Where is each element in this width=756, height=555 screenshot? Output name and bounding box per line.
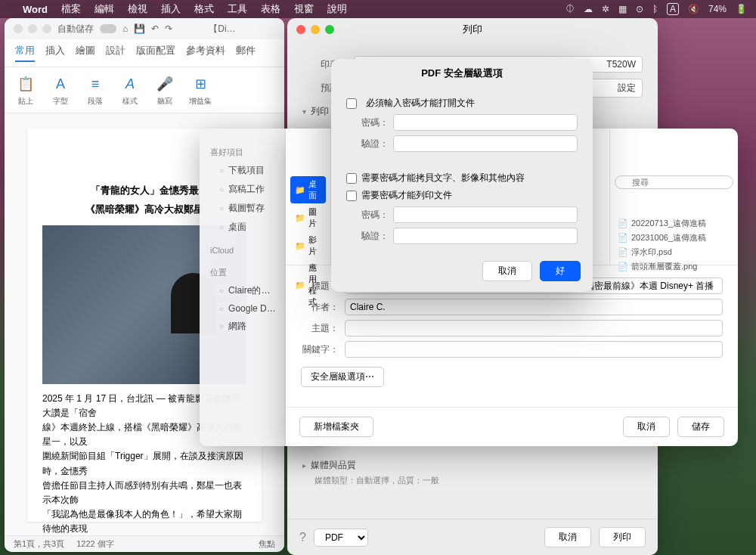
new-folder-button[interactable]: 新增檔案夾	[299, 417, 373, 437]
folder-desktop[interactable]: 桌面	[290, 176, 326, 203]
menu-table[interactable]: 表格	[261, 2, 280, 16]
ribbon-addins[interactable]: ⊞增益集	[189, 73, 212, 107]
menu-help[interactable]: 說明	[327, 2, 347, 16]
perm-password-input[interactable]	[393, 206, 578, 223]
status-bar: 第1頁，共3頁 1222 個字 焦點	[5, 535, 284, 552]
ribbon-styles[interactable]: A樣式	[119, 73, 141, 107]
menu-format[interactable]: 格式	[194, 2, 214, 16]
verify-label: 驗證：	[361, 230, 389, 243]
doc-body: 圍繞新聞節目組「Trigger」展開，在談及接演原因時，金憓秀	[42, 449, 246, 478]
tab-design[interactable]: 設計	[106, 44, 125, 62]
tab-mail[interactable]: 郵件	[236, 44, 256, 62]
require-open-password-checkbox[interactable]: 必須輸入密碼才能打開文件	[346, 97, 578, 110]
pdf-security-title: PDF 安全層級選項	[331, 59, 593, 88]
autosave-toggle[interactable]	[100, 24, 116, 33]
window-controls[interactable]	[296, 25, 334, 34]
file-item[interactable]: 浮水印.psd	[615, 245, 733, 259]
status-icon[interactable]: ☁	[584, 4, 593, 14]
paragraph-icon: ≡	[85, 73, 106, 95]
section-media-sub: 媒體類型：自動選擇，品質：一般	[302, 475, 643, 486]
doc-title: 【Di…	[209, 23, 235, 36]
mic-icon: 🎤	[154, 73, 175, 95]
app-name[interactable]: Word	[23, 4, 48, 15]
open-password-input[interactable]	[393, 114, 578, 131]
focus-mode[interactable]: 焦點	[259, 538, 275, 550]
menu-tools[interactable]: 工具	[228, 2, 247, 16]
require-print-password-checkbox[interactable]: 需要密碼才能列印文件	[346, 189, 578, 202]
volume-icon[interactable]: 🔇	[688, 4, 699, 14]
folder-pictures[interactable]: 圖片	[290, 204, 326, 231]
menu-edit[interactable]: 編輯	[94, 2, 114, 16]
save-confirm-button[interactable]: 儲存	[677, 417, 724, 437]
checkbox-icon[interactable]	[346, 98, 357, 109]
save-cancel-button[interactable]: 取消	[623, 417, 670, 437]
clipboard-icon: 📋	[15, 73, 36, 95]
save-files-column: 20220713_遠傳進稿 20231006_遠傳進稿 浮水印.psd 箭頭漸層…	[609, 129, 738, 265]
word-count[interactable]: 1222 個字	[76, 538, 114, 550]
styles-icon: A	[119, 73, 141, 95]
menubar-status: ⏀ ☁ ✲ ▦ ⊙ ᛒ A 🔇 74% 🔋	[565, 3, 747, 15]
print-title-text: 列印	[463, 23, 482, 36]
file-item[interactable]: 20231006_遠傳進稿	[615, 231, 733, 245]
subject-input[interactable]	[345, 320, 723, 336]
home-icon[interactable]: ⌂	[122, 23, 128, 34]
author-label: 作者：	[301, 301, 339, 314]
status-icon[interactable]: ⏀	[565, 4, 575, 14]
keywords-input[interactable]	[345, 341, 723, 358]
pdf-dropdown[interactable]: PDF	[314, 529, 368, 547]
security-options-button[interactable]: 安全層級選項⋯	[301, 367, 384, 387]
autosave-label: 自動儲存	[57, 23, 94, 36]
ribbon-paragraph[interactable]: ≡段落	[85, 73, 106, 107]
pdf-security-dialog: PDF 安全層級選項 必須輸入密碼才能打開文件 密碼： 驗證： 需要密碼才能拷貝…	[331, 59, 593, 292]
print-confirm-button[interactable]: 列印	[599, 527, 646, 547]
input-source[interactable]: A	[667, 3, 679, 15]
help-icon[interactable]: ?	[299, 531, 306, 544]
battery-percent[interactable]: 74%	[708, 4, 727, 14]
tab-insert[interactable]: 插入	[45, 44, 65, 62]
bluetooth-icon[interactable]: ᛒ	[652, 4, 658, 14]
ribbon-paste[interactable]: 📋貼上	[15, 73, 36, 107]
author-input[interactable]	[345, 299, 723, 315]
perm-verify-input[interactable]	[393, 228, 578, 244]
ribbon-dictate[interactable]: 🎤聽寫	[154, 73, 175, 107]
menu-window[interactable]: 視窗	[294, 2, 314, 16]
search-input[interactable]	[615, 175, 733, 189]
redo-icon[interactable]: ↷	[165, 23, 172, 34]
pdfsec-cancel-button[interactable]: 取消	[482, 261, 532, 281]
save-folder-column: 桌面 圖片 影片 應用程式	[286, 129, 331, 265]
tab-draw[interactable]: 繪圖	[76, 44, 95, 62]
battery-icon[interactable]: 🔋	[736, 4, 747, 14]
section-media[interactable]: 媒體與品質	[302, 459, 643, 472]
status-icon[interactable]: ✲	[602, 4, 609, 14]
folder-movies[interactable]: 影片	[290, 232, 326, 259]
menu-insert[interactable]: 插入	[161, 2, 181, 16]
macos-menubar: Word 檔案 編輯 檢視 插入 格式 工具 表格 視窗 說明 ⏀ ☁ ✲ ▦ …	[0, 0, 756, 18]
checkbox-icon[interactable]	[346, 191, 357, 201]
tab-references[interactable]: 參考資料	[186, 44, 225, 62]
tab-home[interactable]: 常用	[15, 44, 35, 62]
require-copy-password-checkbox[interactable]: 需要密碼才能拷貝文字、影像和其他內容	[346, 172, 578, 184]
file-item[interactable]: 箭頭漸層覆蓋.png	[615, 259, 733, 274]
subject-label: 主題：	[301, 322, 339, 335]
page-count[interactable]: 第1頁，共3頁	[14, 538, 64, 550]
print-footer: ? PDF 取消 列印	[287, 519, 658, 555]
window-controls[interactable]	[14, 24, 51, 33]
password-label: 密碼：	[361, 209, 389, 222]
save-icon[interactable]: 💾	[134, 23, 145, 34]
doc-body: 曾擔任節目主持人而感到特別有共鳴，鄭星一也表示本次飾	[42, 479, 246, 507]
open-verify-input[interactable]	[393, 135, 578, 152]
addins-icon: ⊞	[190, 73, 211, 95]
print-cancel-button[interactable]: 取消	[544, 527, 591, 547]
tab-layout[interactable]: 版面配置	[136, 44, 175, 62]
file-item[interactable]: 20220713_遠傳進稿	[615, 216, 733, 231]
ribbon-font[interactable]: A字型	[50, 73, 71, 107]
undo-icon[interactable]: ↶	[151, 23, 159, 34]
menu-file[interactable]: 檔案	[61, 2, 81, 16]
print-titlebar: 列印	[287, 18, 658, 41]
status-icon[interactable]: ⊙	[636, 4, 643, 14]
checkbox-icon[interactable]	[346, 173, 357, 184]
status-icon[interactable]: ▦	[618, 4, 627, 14]
menu-view[interactable]: 檢視	[128, 2, 147, 16]
password-label: 密碼：	[361, 116, 389, 129]
pdfsec-ok-button[interactable]: 好	[540, 261, 581, 281]
